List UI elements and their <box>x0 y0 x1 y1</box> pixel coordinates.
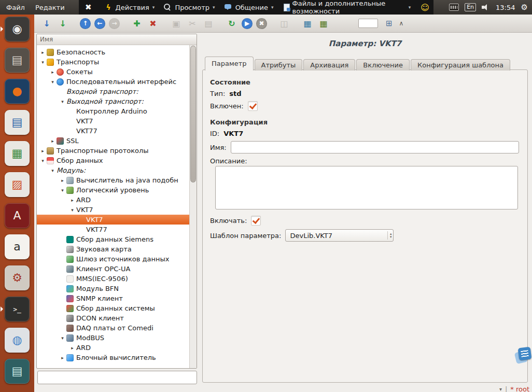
tree-item[interactable]: ▾ Транспорты <box>37 57 190 67</box>
firefox-icon[interactable]: ● <box>5 79 30 104</box>
smiley-icon[interactable]: ☺ <box>421 3 429 12</box>
enable-checkbox[interactable] <box>251 216 261 226</box>
tree-item[interactable]: DCON клиент <box>37 313 190 323</box>
tree-item[interactable]: ▸ SSL <box>37 136 190 146</box>
branch-arrow-icon[interactable]: ▾ <box>49 168 57 173</box>
tree-item[interactable]: ▾ ModBUS <box>37 333 190 343</box>
branch-arrow-icon[interactable]: ▸ <box>49 69 57 75</box>
close-icon[interactable]: ✖ <box>85 3 92 12</box>
paste-button[interactable]: ▤ <box>202 17 215 30</box>
copy-button[interactable]: ▣ <box>170 17 183 30</box>
font-a-icon[interactable]: A <box>5 203 30 228</box>
branch-arrow-icon[interactable]: ▾ <box>68 207 76 213</box>
tree-item[interactable]: ▸ Вычислитель на java подобн <box>37 175 190 185</box>
branch-arrow-icon[interactable]: ▸ <box>68 345 76 351</box>
tree-item[interactable]: ▾ VKT7 <box>37 205 190 215</box>
go-forward-button[interactable]: → <box>109 18 120 29</box>
writer-icon[interactable]: ▤ <box>5 110 30 135</box>
settings-icon[interactable]: ⚙ <box>5 265 30 290</box>
spinner-arrows-icon[interactable]: ▴▾ <box>387 231 392 240</box>
cut-button[interactable]: ✂ <box>186 17 199 30</box>
tree-item[interactable]: VKT7 <box>37 215 190 225</box>
branch-arrow-icon[interactable]: ▾ <box>49 79 57 85</box>
tree-item[interactable]: ▸ Транспортные протоколы <box>37 146 190 156</box>
keyboard-indicator-icon[interactable] <box>449 4 459 11</box>
tree-item[interactable]: VKT77 <box>37 126 190 136</box>
appmenu-actions[interactable]: Действия ▾ <box>100 0 160 15</box>
db-save-button[interactable]: ↓ <box>57 17 69 30</box>
description-textarea[interactable] <box>215 166 518 209</box>
tree-item[interactable]: ▾ Модуль: <box>37 165 190 175</box>
session-gear-icon[interactable]: ⚙ <box>521 3 528 12</box>
file-cabinet-icon[interactable]: ▤ <box>5 48 30 73</box>
tree-command-input[interactable] <box>37 371 197 384</box>
tree-item[interactable]: ▸ Сокеты <box>37 67 190 77</box>
item-remove-button[interactable]: ✖ <box>147 17 159 30</box>
clear-button[interactable]: ◫ <box>278 17 290 30</box>
branch-arrow-icon[interactable]: ▾ <box>59 99 66 104</box>
notification-icon[interactable] <box>515 346 532 365</box>
volume-icon[interactable] <box>482 4 490 10</box>
amazon-icon[interactable]: a <box>5 234 30 259</box>
tab-parameter[interactable]: Параметр <box>205 57 254 71</box>
view-screens-button[interactable]: ▦ <box>301 17 314 30</box>
branch-arrow-icon[interactable]: ▾ <box>39 158 47 163</box>
stop-button[interactable]: ✖ <box>256 18 267 29</box>
tree-item[interactable]: VKT7 <box>37 116 190 126</box>
branch-arrow-icon[interactable]: ▾ <box>59 335 66 341</box>
appmenu-files[interactable]: Файлы и дополнительные возможности ▾ <box>278 0 416 15</box>
tree-item[interactable]: ▾ Сбор данных <box>37 156 190 165</box>
branch-arrow-icon[interactable]: ▸ <box>59 355 66 360</box>
tree-item[interactable]: Клиент OPC-UA <box>37 264 190 274</box>
branch-arrow-icon[interactable]: ▸ <box>49 138 57 144</box>
expand-icon[interactable]: ⊞ <box>386 19 393 28</box>
menu-edit[interactable]: Редакти <box>35 4 65 11</box>
calc-icon[interactable]: ▦ <box>5 141 30 166</box>
tree-column-header[interactable]: Имя <box>37 34 197 45</box>
appmenu-view[interactable]: Просмотр ▾ <box>159 0 219 15</box>
tree-item[interactable]: SNMP клиент <box>37 293 190 303</box>
appmenu-communication[interactable]: Общение ▾ <box>220 0 278 15</box>
menu-file[interactable]: Файл <box>6 4 25 11</box>
status-caret-icon[interactable]: ▾ <box>499 386 502 392</box>
tree-item[interactable]: ▾ Последовательный интерфейс <box>37 77 190 87</box>
view-tables-button[interactable]: ▦ <box>317 17 330 30</box>
name-input[interactable] <box>231 141 519 153</box>
go-up-button[interactable]: ↑ <box>80 18 91 29</box>
tree-item[interactable]: Модуль BFN <box>37 284 190 293</box>
tree-item[interactable]: ▸ Безопасность <box>37 47 190 57</box>
branch-arrow-icon[interactable]: ▸ <box>39 148 47 153</box>
tree-item[interactable]: DAQ платы от Comedi <box>37 323 190 333</box>
terminal-icon[interactable]: >_ <box>5 297 30 321</box>
template-select[interactable]: DevLib.VKT7 ▴▾ <box>285 229 394 242</box>
tree-item[interactable]: Контроллер Arduino <box>37 106 190 116</box>
vertical-scrollbar[interactable] <box>189 45 197 368</box>
branch-arrow-icon[interactable]: ▸ <box>39 50 47 55</box>
enabled-checkbox[interactable] <box>248 101 258 111</box>
branch-arrow-icon[interactable]: ▸ <box>68 198 76 203</box>
item-add-button[interactable]: ✚ <box>131 17 143 30</box>
refresh-button[interactable]: ↻ <box>226 17 238 30</box>
branch-arrow-icon[interactable]: ▸ <box>59 178 66 183</box>
tree-item[interactable]: MMS(IEC-9506) <box>37 274 190 284</box>
tab-enabling[interactable]: Включение <box>356 59 410 71</box>
branch-arrow-icon[interactable]: ▾ <box>59 188 66 193</box>
tree-item[interactable]: ▾ Логический уровень <box>37 185 190 195</box>
blue-circle-app-icon[interactable]: ◍ <box>5 328 30 353</box>
tree-item[interactable]: Входной транспорт: <box>37 87 190 96</box>
tab-attributes[interactable]: Атрибуты <box>255 59 303 71</box>
tree-item[interactable]: Шлюз источников данных <box>37 254 190 264</box>
tree-item[interactable]: ▾ Выходной транспорт: <box>37 96 190 106</box>
tree-item[interactable]: ▸ ARD <box>37 195 190 205</box>
go-back-button[interactable]: ← <box>94 18 105 29</box>
language-indicator[interactable]: En <box>465 3 476 11</box>
tree-item[interactable]: Сбор данных системы <box>37 303 190 313</box>
tree-item[interactable]: Сбор данных Siemens <box>37 234 190 244</box>
clock[interactable]: 13:54 <box>496 4 515 11</box>
dash-home-icon[interactable]: ◉ <box>5 17 30 41</box>
tree-item[interactable]: ▸ Блочный вычислитель <box>37 353 190 362</box>
stack-app-icon[interactable]: ▤ <box>5 359 30 384</box>
tab-template-config[interactable]: Конфигурация шаблона <box>411 59 510 71</box>
tree-item[interactable]: Звуковая карта <box>37 244 190 254</box>
toolbar-quick-field[interactable] <box>358 19 378 28</box>
